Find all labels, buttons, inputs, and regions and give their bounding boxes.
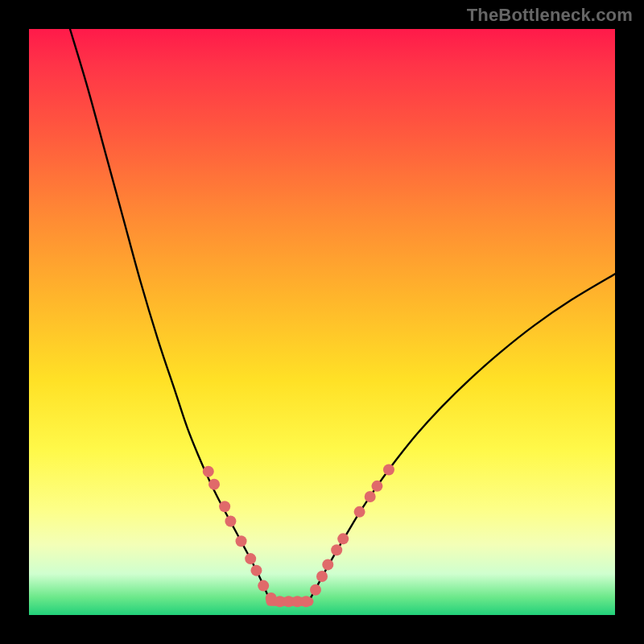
right-curve [310, 274, 615, 598]
data-dot [208, 479, 220, 490]
data-dot [371, 481, 382, 492]
data-dot [258, 580, 269, 592]
watermark-text: TheBottleneck.com [467, 5, 633, 26]
data-dot [322, 559, 333, 570]
data-dot [236, 535, 247, 547]
left-curve [70, 29, 270, 599]
data-dot [316, 571, 328, 582]
data-dot [300, 596, 312, 607]
data-dot [219, 501, 230, 512]
data-dot [354, 506, 365, 518]
plot-area [29, 29, 615, 615]
data-dot [225, 516, 236, 527]
curve-layer [29, 29, 615, 615]
data-dots [203, 464, 394, 607]
chart-frame: TheBottleneck.com [0, 0, 644, 644]
data-dot [310, 584, 321, 596]
data-dot [365, 491, 376, 502]
data-dot [203, 466, 214, 477]
data-dot [383, 464, 394, 475]
data-dot [331, 544, 342, 555]
data-dot [250, 565, 262, 576]
data-dot [245, 553, 256, 564]
data-dot [337, 533, 349, 544]
